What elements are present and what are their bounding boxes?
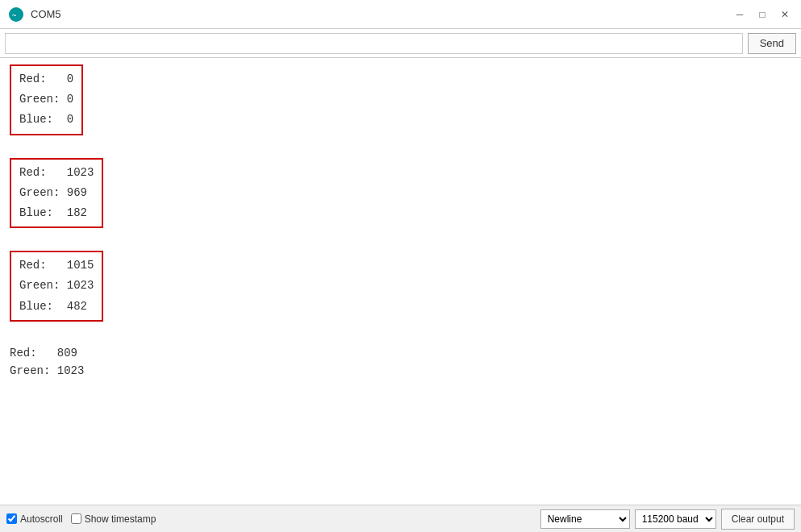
output-content: Red: 0Green: 0Blue: 0Red: 1023Green: 969… [10, 64, 791, 380]
output-line: Red: 1023 [19, 163, 94, 183]
send-button[interactable]: Send [748, 33, 796, 54]
autoscroll-checkbox[interactable] [6, 513, 17, 524]
output-line: Green: 969 [19, 183, 94, 203]
output-line: Green: 1023 [10, 362, 791, 380]
autoscroll-group: Autoscroll [6, 513, 63, 525]
right-controls: No line endingNewlineCarriage returnBoth… [540, 509, 795, 530]
output-line: Blue: 182 [19, 203, 94, 223]
data-block: Red: 1015Green: 1023Blue: 482 [10, 251, 103, 322]
input-bar: Send [0, 29, 801, 58]
baud-select[interactable]: 300 baud1200 baud2400 baud4800 baud9600 … [635, 509, 716, 529]
window-controls: ─ □ ✕ [732, 6, 793, 23]
title-bar: ~ COM5 ─ □ ✕ [0, 0, 801, 29]
output-line: Red: 1015 [19, 256, 94, 276]
minimize-button[interactable]: ─ [732, 6, 748, 23]
bottom-bar: Autoscroll Show timestamp No line ending… [0, 505, 801, 532]
close-button[interactable]: ✕ [777, 6, 793, 23]
data-block: Red: 1023Green: 969Blue: 182 [10, 158, 103, 229]
timestamp-group: Show timestamp [71, 513, 156, 525]
serial-input[interactable] [5, 33, 743, 54]
output-line: Blue: 482 [19, 297, 94, 317]
output-line: Blue: 0 [19, 110, 73, 130]
newline-select[interactable]: No line endingNewlineCarriage returnBoth… [540, 509, 630, 529]
clear-output-button[interactable]: Clear output [721, 509, 795, 530]
autoscroll-label[interactable]: Autoscroll [20, 513, 63, 525]
show-timestamp-label[interactable]: Show timestamp [85, 513, 156, 525]
arduino-icon: ~ [8, 6, 24, 23]
window-title: COM5 [31, 8, 732, 20]
svg-text:~: ~ [12, 11, 16, 19]
data-block: Red: 0Green: 0Blue: 0 [10, 64, 83, 135]
output-area[interactable]: Red: 0Green: 0Blue: 0Red: 1023Green: 969… [0, 58, 801, 505]
left-controls: Autoscroll Show timestamp [6, 513, 531, 525]
output-line: Red: 0 [19, 69, 73, 89]
maximize-button[interactable]: □ [754, 6, 770, 23]
output-wrapper: Red: 0Green: 0Blue: 0Red: 1023Green: 969… [0, 58, 801, 505]
output-line: Green: 0 [19, 89, 73, 110]
output-line: Green: 1023 [19, 276, 94, 296]
show-timestamp-checkbox[interactable] [71, 513, 81, 524]
output-line: Red: 809 [10, 344, 791, 362]
